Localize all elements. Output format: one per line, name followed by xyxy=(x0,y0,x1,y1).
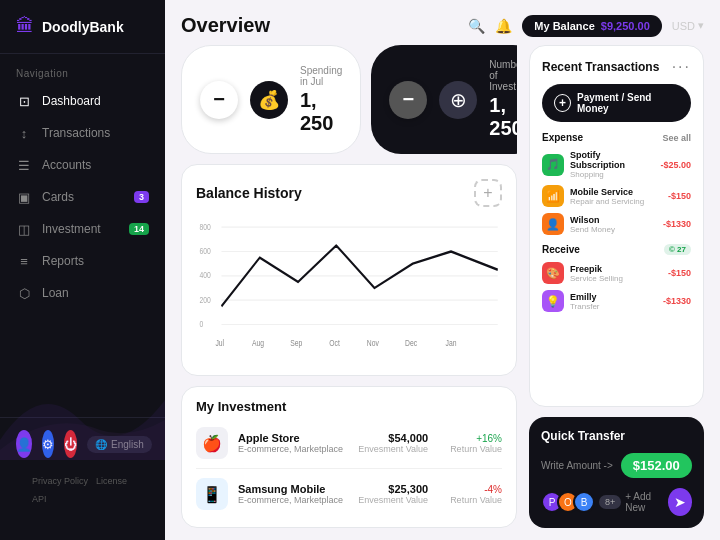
sidebar-item-cards[interactable]: ▣ Cards 3 xyxy=(0,181,165,213)
sidebar-item-label: Cards xyxy=(42,190,74,204)
spending-icon: 💰 xyxy=(250,81,288,119)
transactions-card: Recent Transactions ··· + Payment / Send… xyxy=(529,45,704,407)
loan-icon: ⬡ xyxy=(16,285,32,301)
add-new-btn[interactable]: + Add New xyxy=(625,491,667,513)
invest-value: 1, 250 xyxy=(489,94,517,140)
samsung-type: E-commerce, Marketplace xyxy=(238,495,343,505)
receive-count: © 27 xyxy=(664,244,691,255)
bell-icon[interactable]: 🔔 xyxy=(495,18,512,34)
mobile-type: Repair and Servicing xyxy=(570,197,662,206)
samsung-name-group: Samsung Mobile E-commerce, Marketplace xyxy=(238,483,343,505)
svg-text:800: 800 xyxy=(199,220,211,232)
language-label: English xyxy=(111,439,144,450)
payment-label: Payment / Send Money xyxy=(577,92,679,114)
svg-text:Jul: Jul xyxy=(215,337,224,349)
nav-label: Navigation xyxy=(0,54,165,85)
sidebar-item-reports[interactable]: ≡ Reports xyxy=(0,245,165,277)
right-panel: Recent Transactions ··· + Payment / Send… xyxy=(529,45,704,528)
samsung-icon: 📱 xyxy=(196,478,228,510)
currency-selector[interactable]: USD ▾ xyxy=(672,19,704,32)
apple-values: $54,000 Envesment Value xyxy=(358,432,428,454)
invest-card: − ⊕ Number of Invest 1, 250 xyxy=(371,45,517,154)
samsung-values: $25,300 Envesment Value xyxy=(358,483,428,505)
license-link[interactable]: License xyxy=(96,476,127,486)
mobile-name: Mobile Service xyxy=(570,187,662,197)
privacy-link[interactable]: Privacy Policy xyxy=(32,476,88,486)
investment-row-apple: 🍎 Apple Store E-commerce, Marketplace $5… xyxy=(196,422,502,464)
chevron-down-icon: ▾ xyxy=(698,19,704,32)
api-link[interactable]: API xyxy=(32,494,47,504)
chart-area: 800 600 400 200 0 xyxy=(196,215,502,361)
chart-add-btn[interactable]: + xyxy=(474,179,502,207)
expense-section-label: Expense See all xyxy=(542,132,691,143)
mobile-icon: 📶 xyxy=(542,185,564,207)
samsung-return-group: -4% Return Value xyxy=(450,484,502,505)
apple-return-label: Return Value xyxy=(450,444,502,454)
balance-amount: $9,250.00 xyxy=(601,20,650,32)
spending-info: Spending in Jul 1, 250 xyxy=(300,65,342,135)
qt-amount[interactable]: $152.00 xyxy=(621,453,692,478)
content-area: − 💰 Spending in Jul 1, 250 − ⊕ Number of… xyxy=(165,45,720,540)
spending-label: Spending in Jul xyxy=(300,65,342,87)
search-icon[interactable]: 🔍 xyxy=(468,18,485,34)
spending-card: − 💰 Spending in Jul 1, 250 xyxy=(181,45,361,154)
svg-text:0: 0 xyxy=(199,318,203,330)
invest-minus-btn[interactable]: − xyxy=(389,81,427,119)
sidebar-item-label: Transactions xyxy=(42,126,110,140)
samsung-return: -4% xyxy=(450,484,502,495)
reports-icon: ≡ xyxy=(16,253,32,269)
svg-text:Jan: Jan xyxy=(446,337,457,349)
tx-emilly: 💡 Emilly Transfer -$1330 xyxy=(542,287,691,315)
receive-section: Receive © 27 xyxy=(542,244,691,255)
balance-history-card: Balance History + 800 600 400 200 0 xyxy=(181,164,517,376)
investment-row-samsung: 📱 Samsung Mobile E-commerce, Marketplace… xyxy=(196,473,502,515)
more-options-btn[interactable]: ··· xyxy=(672,58,691,76)
sidebar-logo: 🏛 DoodlyBank xyxy=(0,16,165,54)
invest-icon: ⊕ xyxy=(439,81,477,119)
investment-name-group: Apple Store E-commerce, Marketplace xyxy=(238,432,343,454)
sidebar-item-accounts[interactable]: ☰ Accounts xyxy=(0,149,165,181)
globe-icon: 🌐 xyxy=(95,439,107,450)
currency-label: USD xyxy=(672,20,695,32)
send-btn[interactable]: ➤ xyxy=(668,488,692,516)
tx-mobile: 📶 Mobile Service Repair and Servicing -$… xyxy=(542,182,691,210)
transactions-icon: ↕ xyxy=(16,125,32,141)
investment-icon: ◫ xyxy=(16,221,32,237)
emilly-type: Transfer xyxy=(570,302,657,311)
profile-icon-btn[interactable]: 👤 xyxy=(16,430,32,458)
add-new-label: + Add New xyxy=(625,491,667,513)
spotify-info: Spotify Subscription Shopping xyxy=(570,150,654,179)
mobile-amount: -$150 xyxy=(668,191,691,201)
apple-return: +16% xyxy=(450,433,502,444)
language-selector[interactable]: 🌐 English xyxy=(87,436,152,453)
sidebar-item-investment[interactable]: ◫ Investment 14 xyxy=(0,213,165,245)
power-icon-btn[interactable]: ⏻ xyxy=(64,430,77,458)
samsung-amount-label: Envesment Value xyxy=(358,495,428,505)
svg-text:Aug: Aug xyxy=(252,337,264,349)
left-panel: − 💰 Spending in Jul 1, 250 − ⊕ Number of… xyxy=(181,45,517,528)
investment-badge: 14 xyxy=(129,223,149,235)
spotify-type: Shopping xyxy=(570,170,654,179)
wilson-type: Send Money xyxy=(570,225,657,234)
tx-freepik: 🎨 Freepik Service Selling -$150 xyxy=(542,259,691,287)
investment-card: My Investment 🍎 Apple Store E-commerce, … xyxy=(181,386,517,528)
cards-icon: ▣ xyxy=(16,189,32,205)
avatar-3[interactable]: B xyxy=(573,491,595,513)
sidebar-item-transactions[interactable]: ↕ Transactions xyxy=(0,117,165,149)
samsung-return-label: Return Value xyxy=(450,495,502,505)
chart-title: Balance History xyxy=(196,185,302,201)
invest-label: Number of Invest xyxy=(489,59,517,92)
samsung-name: Samsung Mobile xyxy=(238,483,343,495)
settings-icon-btn[interactable]: ⚙ xyxy=(42,430,54,458)
sidebar-item-dashboard[interactable]: ⊡ Dashboard xyxy=(0,85,165,117)
wilson-info: Wilson Send Money xyxy=(570,215,657,234)
wilson-icon: 👤 xyxy=(542,213,564,235)
header-right: 🔍 🔔 My Balance $9,250.00 USD ▾ xyxy=(468,15,704,37)
spending-minus-btn[interactable]: − xyxy=(200,81,238,119)
svg-text:400: 400 xyxy=(199,269,211,281)
spotify-amount: -$25.00 xyxy=(660,160,691,170)
see-all-btn[interactable]: See all xyxy=(662,133,691,143)
payment-send-btn[interactable]: + Payment / Send Money xyxy=(542,84,691,122)
apple-name: Apple Store xyxy=(238,432,343,444)
sidebar-item-loan[interactable]: ⬡ Loan xyxy=(0,277,165,309)
